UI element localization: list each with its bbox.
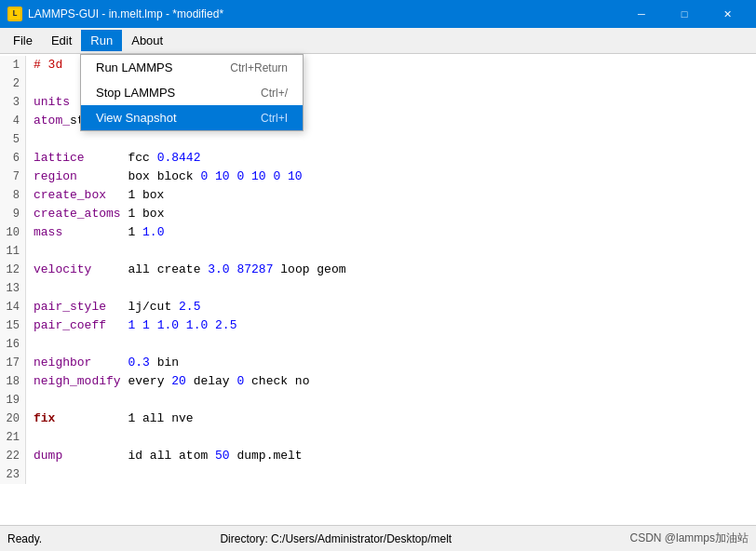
line-content-15[interactable]: pair_coeff 1 1 1.0 1.0 2.5	[26, 316, 236, 335]
line-content-10[interactable]: mass 1 1.0	[26, 223, 164, 242]
line-num-17: 17	[0, 354, 26, 372]
line-num-11: 11	[0, 242, 26, 261]
line-num-5: 5	[0, 130, 26, 149]
menu-edit[interactable]: Edit	[42, 30, 81, 51]
title-bar-left: L LAMMPS-GUI - in.melt.lmp - *modified*	[7, 7, 223, 21]
line-15: 15 pair_coeff 1 1 1.0 1.0 2.5	[0, 316, 756, 335]
line-num-18: 18	[0, 372, 26, 391]
status-directory: Directory: C:/Users/Administrator/Deskto…	[220, 532, 452, 545]
minimize-button[interactable]: ─	[620, 0, 663, 28]
line-16: 16	[0, 335, 756, 354]
line-content-9[interactable]: create_atoms 1 box	[26, 205, 164, 223]
line-content-16[interactable]	[26, 335, 34, 354]
line-num-20: 20	[0, 410, 26, 428]
line-content-1[interactable]: # 3d	[26, 56, 62, 74]
stop-lammps-item[interactable]: Stop LAMMPS Ctrl+/	[81, 80, 303, 105]
line-num-3: 3	[0, 93, 26, 112]
line-content-22[interactable]: dump id all atom 50 dump.melt	[26, 447, 303, 465]
line-content-23[interactable]	[26, 465, 34, 484]
line-content-8[interactable]: create_box 1 box	[26, 186, 164, 205]
line-9: 9 create_atoms 1 box	[0, 205, 756, 223]
menu-bar: File Edit Run About Run LAMMPS Ctrl+Retu…	[0, 28, 756, 54]
line-5: 5	[0, 130, 756, 149]
line-18: 18 neigh_modify every 20 delay 0 check n…	[0, 372, 756, 391]
line-num-23: 23	[0, 465, 26, 484]
run-lammps-label: Run LAMMPS	[96, 60, 172, 74]
run-lammps-item[interactable]: Run LAMMPS Ctrl+Return	[81, 55, 303, 80]
line-17: 17 neighbor 0.3 bin	[0, 354, 756, 372]
line-21: 21	[0, 428, 756, 447]
line-num-16: 16	[0, 335, 26, 354]
window-controls: ─ □ ✕	[620, 0, 749, 28]
view-snapshot-item[interactable]: View Snapshot Ctrl+I	[81, 105, 303, 130]
status-ready: Ready.	[7, 532, 42, 545]
line-content-21[interactable]	[26, 428, 34, 447]
line-22: 22 dump id all atom 50 dump.melt	[0, 447, 756, 465]
line-8: 8 create_box 1 box	[0, 186, 756, 205]
run-lammps-shortcut: Ctrl+Return	[230, 61, 288, 74]
maximize-button[interactable]: □	[663, 0, 706, 28]
line-content-7[interactable]: region box block 0 10 0 10 0 10	[26, 168, 303, 186]
line-num-12: 12	[0, 261, 26, 279]
line-content-6[interactable]: lattice fcc 0.8442	[26, 149, 200, 168]
status-credit: CSDN @lammps加油站	[629, 531, 749, 546]
line-10: 10 mass 1 1.0	[0, 223, 756, 242]
line-num-15: 15	[0, 316, 26, 335]
line-num-6: 6	[0, 149, 26, 168]
view-snapshot-label: View Snapshot	[96, 111, 177, 125]
line-content-20[interactable]: fix 1 all nve	[26, 410, 194, 428]
line-num-14: 14	[0, 298, 26, 316]
line-num-19: 19	[0, 391, 26, 410]
line-content-11[interactable]	[26, 242, 34, 261]
menu-file[interactable]: File	[4, 30, 42, 51]
title-bar: L LAMMPS-GUI - in.melt.lmp - *modified* …	[0, 0, 756, 28]
title-text: LAMMPS-GUI - in.melt.lmp - *modified*	[28, 7, 223, 20]
line-content-5[interactable]	[26, 130, 34, 149]
line-num-9: 9	[0, 205, 26, 223]
stop-lammps-label: Stop LAMMPS	[96, 86, 175, 100]
line-20: 20 fix 1 all nve	[0, 410, 756, 428]
line-13: 13	[0, 279, 756, 298]
line-num-10: 10	[0, 223, 26, 242]
line-23: 23	[0, 465, 756, 484]
line-num-2: 2	[0, 74, 26, 93]
line-num-22: 22	[0, 447, 26, 465]
run-dropdown: Run LAMMPS Ctrl+Return Stop LAMMPS Ctrl+…	[80, 54, 304, 131]
line-num-21: 21	[0, 428, 26, 447]
line-content-17[interactable]: neighbor 0.3 bin	[26, 354, 179, 372]
menu-run[interactable]: Run	[81, 30, 122, 51]
close-button[interactable]: ✕	[706, 0, 749, 28]
line-num-13: 13	[0, 279, 26, 298]
line-num-8: 8	[0, 186, 26, 205]
menu-about[interactable]: About	[122, 30, 172, 51]
status-bar: Ready. Directory: C:/Users/Administrator…	[0, 525, 756, 551]
line-num-4: 4	[0, 112, 26, 130]
view-snapshot-shortcut: Ctrl+I	[261, 112, 288, 125]
line-content-2[interactable]	[26, 74, 34, 93]
stop-lammps-shortcut: Ctrl+/	[261, 87, 288, 100]
line-content-13[interactable]	[26, 279, 34, 298]
line-content-14[interactable]: pair_style lj/cut 2.5	[26, 298, 200, 316]
line-6: 6 lattice fcc 0.8442	[0, 149, 756, 168]
app-icon: L	[7, 7, 22, 21]
line-19: 19	[0, 391, 756, 410]
line-num-7: 7	[0, 168, 26, 186]
line-content-12[interactable]: velocity all create 3.0 87287 loop geom	[26, 261, 346, 279]
line-content-18[interactable]: neigh_modify every 20 delay 0 check no	[26, 372, 309, 391]
line-11: 11	[0, 242, 756, 261]
line-12: 12 velocity all create 3.0 87287 loop ge…	[0, 261, 756, 279]
line-num-1: 1	[0, 56, 26, 74]
line-14: 14 pair_style lj/cut 2.5	[0, 298, 756, 316]
line-7: 7 region box block 0 10 0 10 0 10	[0, 168, 756, 186]
line-content-19[interactable]	[26, 391, 34, 410]
